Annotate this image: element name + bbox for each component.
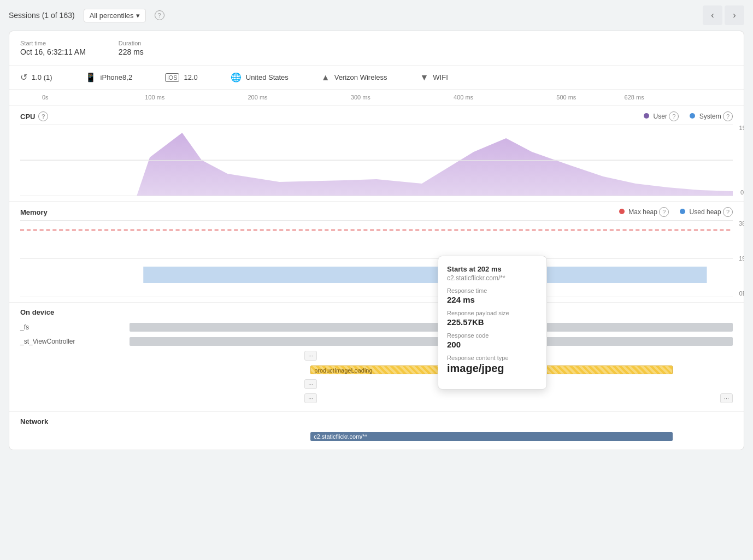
trace-row-fs: _fs [20, 321, 733, 334]
top-bar-left: Sessions (1 of 163) All percentiles ▾ ? [9, 9, 164, 22]
memory-title: Memory [20, 208, 48, 216]
cpu-section: CPU ? User ? System ? [9, 106, 744, 202]
system-help-icon[interactable]: ? [723, 111, 733, 121]
user-legend-dot [644, 113, 649, 119]
expand-btn-3[interactable]: ··· [304, 393, 317, 403]
network-section: Network c2.staticflickr.com/** [9, 412, 744, 450]
tick-100: 100 ms [145, 94, 164, 101]
mem-y-bot: 0B [739, 290, 744, 297]
device-value: iPhone8,2 [101, 73, 133, 81]
tick-0: 0s [42, 94, 49, 101]
used-heap-dot [680, 209, 685, 214]
network-bar-container: c2.staticflickr.com/** [130, 432, 733, 441]
expand-btn-2[interactable]: ··· [304, 379, 317, 389]
memory-section-header: Memory Max heap ? Used heap ? [9, 202, 744, 220]
duration-label: Duration [119, 40, 144, 46]
duration-value: 228 ms [119, 48, 144, 56]
trace-bar-fs-container [130, 322, 733, 332]
max-heap-dot [619, 209, 625, 214]
cpu-title: CPU ? [20, 111, 48, 121]
system-legend-dot [690, 113, 695, 119]
cpu-chart-area: 191.46 % 95.73% 0% [20, 125, 733, 196]
device-item: 📱 iPhone8,2 [85, 72, 133, 82]
sessions-label: Sessions (1 of 163) [9, 11, 75, 20]
version-icon: ↺ [20, 72, 27, 82]
memory-chart-area: 38.83 MB 19.41 MB 0B [20, 220, 733, 297]
trace-bar-fs [130, 323, 733, 332]
main-card: Start time Oct 16, 6:32:11 AM Duration 2… [9, 31, 744, 450]
mem-grid-bot [20, 297, 733, 297]
network-trace-row: c2.staticflickr.com/** [20, 430, 733, 443]
tooltip-url: c2.staticflickr.com/** [447, 274, 538, 282]
carrier-item: ▲ Verizon Wireless [321, 73, 387, 82]
product-image-label: productImageLoading [311, 367, 375, 374]
tick-628: 628 ms [625, 94, 644, 101]
help-icon[interactable]: ? [155, 10, 164, 20]
start-time-block: Start time Oct 16, 6:32:11 AM [20, 40, 86, 56]
tooltip-starts-label: Starts at 202 ms [447, 265, 538, 273]
tick-500: 500 ms [556, 94, 576, 101]
tooltip-payload-label: Response payload size [447, 310, 538, 316]
cpu-user-legend: User ? [644, 111, 679, 121]
used-heap-help[interactable]: ? [723, 207, 733, 217]
expand-btn-1[interactable]: ··· [304, 351, 317, 361]
tick-400: 400 ms [454, 94, 473, 101]
used-heap-legend: Used heap ? [680, 207, 733, 217]
card-header: Start time Oct 16, 6:32:11 AM Duration 2… [9, 31, 744, 66]
mem-grid-top [20, 220, 733, 221]
ruler-inner: 0s 100 ms 200 ms 300 ms 400 ms 500 ms 62… [42, 94, 689, 105]
cpu-legend: User ? System ? [644, 111, 733, 121]
tooltip-response-time: Response time 224 ms [447, 287, 538, 304]
os-value: 12.0 [184, 73, 197, 81]
trace-bar-vc [130, 337, 733, 346]
trace-row-expand2: ··· [20, 378, 733, 391]
start-time-label: Start time [20, 40, 86, 46]
prev-button[interactable]: ‹ [703, 5, 722, 25]
tooltip-response-label: Response time [447, 287, 538, 294]
ios-icon: iOS [165, 73, 179, 82]
network-title: Network [20, 417, 733, 426]
start-time-value: Oct 16, 6:32:11 AM [20, 48, 86, 56]
tick-300: 300 ms [351, 94, 370, 101]
trace-row-expand3: ··· ··· [20, 392, 733, 405]
chevron-down-icon: ▾ [136, 11, 140, 20]
tooltip-response-value: 224 ms [447, 295, 538, 304]
cpu-grid-top [20, 125, 733, 125]
network-bar: c2.staticflickr.com/** [310, 432, 672, 441]
percentile-label: All percentiles [90, 11, 134, 20]
cpu-y-top: 191.46 % [739, 125, 744, 131]
percentile-dropdown[interactable]: All percentiles ▾ [84, 9, 146, 22]
trace-label-fs: _fs [20, 323, 130, 331]
tooltip-code-label: Response code [447, 332, 538, 339]
memory-legend: Max heap ? Used heap ? [619, 207, 733, 217]
tooltip-popup: Starts at 202 ms c2.staticflickr.com/** … [438, 256, 547, 390]
top-bar: Sessions (1 of 163) All percentiles ▾ ? … [0, 0, 753, 31]
tick-200: 200 ms [248, 94, 268, 101]
max-heap-legend: Max heap ? [619, 207, 669, 217]
expand-btn-end[interactable]: ··· [720, 393, 733, 403]
duration-block: Duration 228 ms [119, 40, 144, 56]
cpu-grid-bot [20, 196, 733, 196]
trace-bar-product-container: productImageLoading [130, 365, 733, 375]
max-heap-help[interactable]: ? [659, 207, 669, 217]
wifi-value: WIFI [433, 73, 448, 81]
trace-row-product: productImageLoading [20, 363, 733, 376]
cpu-system-legend: System ? [690, 111, 733, 121]
next-button[interactable]: › [725, 5, 744, 25]
carrier-value: Verizon Wireless [334, 73, 387, 81]
network-url-label: c2.staticflickr.com/** [310, 433, 370, 440]
on-device-section: On device _fs _st_ViewController ··· [9, 303, 744, 412]
device-row: ↺ 1.0 (1) 📱 iPhone8,2 iOS 12.0 🌐 United … [9, 66, 744, 90]
country-value: United States [246, 73, 289, 81]
tooltip-starts: Starts at 202 ms c2.staticflickr.com/** [447, 265, 538, 282]
tooltip-payload: Response payload size 225.57KB [447, 310, 538, 327]
trace-bar-vc-container [130, 337, 733, 346]
cpu-y-bot: 0% [740, 189, 744, 196]
tooltip-code: Response code 200 [447, 332, 538, 349]
cpu-help-icon[interactable]: ? [38, 111, 48, 121]
trace-label-vc: _st_ViewController [20, 338, 130, 345]
tooltip-code-value: 200 [447, 340, 538, 349]
tooltip-payload-value: 225.57KB [447, 317, 538, 327]
user-help-icon[interactable]: ? [669, 111, 679, 121]
wifi-item: ▼ WIFI [420, 73, 448, 82]
